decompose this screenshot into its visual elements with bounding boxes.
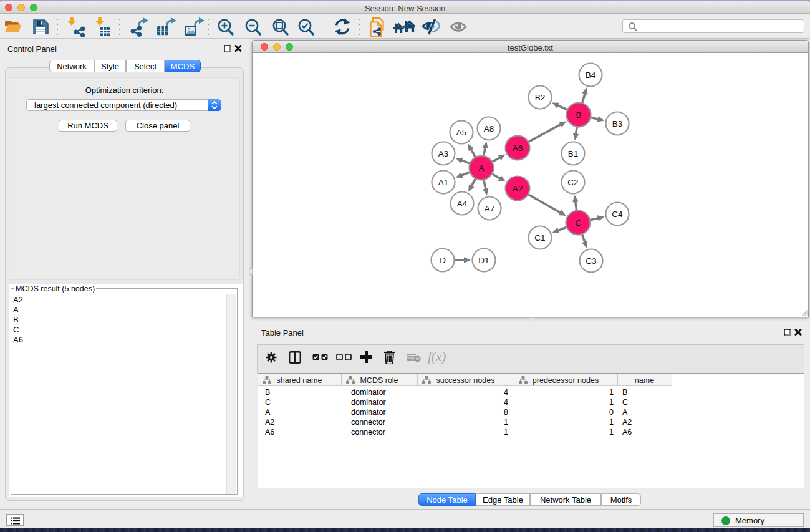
svg-text:A1: A1 — [438, 178, 449, 187]
svg-text:B1: B1 — [568, 149, 579, 158]
svg-text:A2: A2 — [513, 184, 523, 193]
svg-text:B2: B2 — [535, 93, 546, 102]
svg-text:A: A — [478, 163, 484, 173]
svg-text:C4: C4 — [612, 210, 623, 219]
svg-text:A5: A5 — [456, 128, 467, 137]
svg-text:C2: C2 — [567, 178, 578, 187]
svg-text:D: D — [440, 256, 446, 265]
svg-text:C1: C1 — [534, 233, 545, 243]
svg-text:B: B — [576, 110, 581, 120]
svg-text:A3: A3 — [438, 149, 449, 158]
svg-text:D1: D1 — [478, 256, 489, 265]
svg-text:B4: B4 — [586, 70, 596, 80]
svg-text:C: C — [575, 218, 581, 228]
svg-text:A7: A7 — [485, 204, 495, 213]
svg-text:A8: A8 — [484, 124, 494, 133]
svg-text:A6: A6 — [513, 143, 523, 153]
svg-text:B3: B3 — [612, 119, 623, 128]
svg-text:C3: C3 — [586, 256, 596, 266]
svg-text:A4: A4 — [457, 199, 468, 208]
